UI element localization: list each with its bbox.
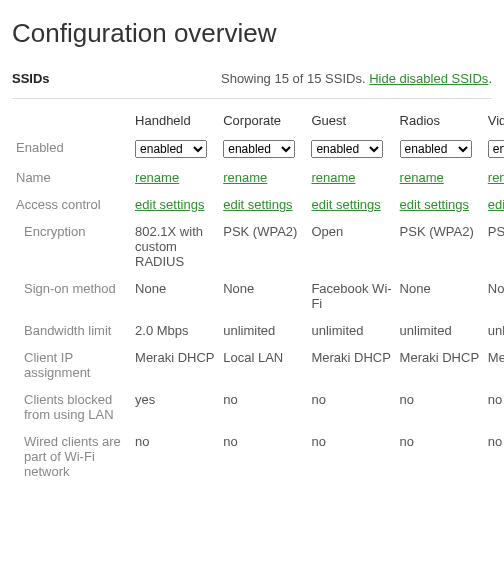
- page-title: Configuration overview: [12, 18, 492, 49]
- cell-value: None: [484, 275, 504, 317]
- cell-value: unlimited: [396, 317, 484, 344]
- cell-value: Meraki DHCP: [484, 344, 504, 386]
- cell-value: unlimited: [484, 317, 504, 344]
- row-name: Name rename rename rename rename rename: [12, 164, 504, 191]
- row-label: Clients blocked from using LAN: [12, 386, 131, 428]
- row-wired: Wired clients are part of Wi-Fi network …: [12, 428, 504, 485]
- rename-link[interactable]: rename: [400, 170, 444, 185]
- enabled-select[interactable]: enabled: [311, 140, 383, 158]
- row-encryption: Encryption 802.1X with custom RADIUS PSK…: [12, 218, 504, 275]
- enabled-select[interactable]: enabled: [223, 140, 295, 158]
- showing-count-text: Showing 15 of 15 SSIDs.: [221, 71, 369, 86]
- cell-value: None: [219, 275, 307, 317]
- cell-value: None: [131, 275, 219, 317]
- row-label: Sign-on method: [12, 275, 131, 317]
- edit-settings-link[interactable]: edit settings: [488, 197, 504, 212]
- rename-link[interactable]: rename: [135, 170, 179, 185]
- cell-value: PSK (WPA2): [396, 218, 484, 275]
- row-access-control: Access control edit settings edit settin…: [12, 191, 504, 218]
- header-row: Handheld Corporate Guest Radios Video: [12, 107, 504, 134]
- rename-link[interactable]: rename: [488, 170, 504, 185]
- cell-value: no: [484, 428, 504, 485]
- row-label: Enabled: [12, 134, 131, 164]
- cell-value: PSK (WPA2): [484, 218, 504, 275]
- row-signon: Sign-on method None None Facebook Wi-Fi …: [12, 275, 504, 317]
- row-bandwidth: Bandwidth limit 2.0 Mbps unlimited unlim…: [12, 317, 504, 344]
- cell-value: no: [396, 428, 484, 485]
- row-label: Name: [12, 164, 131, 191]
- hide-disabled-ssids-link[interactable]: Hide disabled SSIDs: [369, 71, 488, 86]
- col-header: Radios: [396, 107, 484, 134]
- row-blocked: Clients blocked from using LAN yes no no…: [12, 386, 504, 428]
- separator: [12, 98, 492, 99]
- cell-value: no: [307, 386, 395, 428]
- cell-value: Meraki DHCP: [307, 344, 395, 386]
- cell-value: Meraki DHCP: [131, 344, 219, 386]
- cell-value: no: [131, 428, 219, 485]
- col-header: Handheld: [131, 107, 219, 134]
- row-label: Bandwidth limit: [12, 317, 131, 344]
- cell-value: no: [219, 386, 307, 428]
- edit-settings-link[interactable]: edit settings: [135, 197, 204, 212]
- cell-value: Local LAN: [219, 344, 307, 386]
- ssids-summary-row: SSIDs Showing 15 of 15 SSIDs. Hide disab…: [12, 71, 492, 86]
- cell-value: unlimited: [219, 317, 307, 344]
- col-header: Corporate: [219, 107, 307, 134]
- cell-value: Open: [307, 218, 395, 275]
- row-label: Encryption: [12, 218, 131, 275]
- enabled-select[interactable]: enabled: [488, 140, 504, 158]
- cell-value: PSK (WPA2): [219, 218, 307, 275]
- row-label: Client IP assignment: [12, 344, 131, 386]
- cell-value: Meraki DHCP: [396, 344, 484, 386]
- cell-value: yes: [131, 386, 219, 428]
- cell-value: 802.1X with custom RADIUS: [131, 218, 219, 275]
- ssids-label: SSIDs: [12, 71, 50, 86]
- cell-value: None: [396, 275, 484, 317]
- enabled-select[interactable]: enabled: [400, 140, 472, 158]
- col-header: Video: [484, 107, 504, 134]
- row-label: Wired clients are part of Wi-Fi network: [12, 428, 131, 485]
- cell-value: no: [484, 386, 504, 428]
- cell-value: Facebook Wi-Fi: [307, 275, 395, 317]
- cell-value: 2.0 Mbps: [131, 317, 219, 344]
- cell-value: no: [307, 428, 395, 485]
- row-enabled: Enabled enabled enabled enabled enabled …: [12, 134, 504, 164]
- cell-value: unlimited: [307, 317, 395, 344]
- config-table: Handheld Corporate Guest Radios Video En…: [12, 107, 504, 485]
- edit-settings-link[interactable]: edit settings: [223, 197, 292, 212]
- enabled-select[interactable]: enabled: [135, 140, 207, 158]
- rename-link[interactable]: rename: [223, 170, 267, 185]
- ssids-showing: Showing 15 of 15 SSIDs. Hide disabled SS…: [221, 71, 492, 86]
- cell-value: no: [219, 428, 307, 485]
- row-label: Access control: [12, 191, 131, 218]
- rename-link[interactable]: rename: [311, 170, 355, 185]
- edit-settings-link[interactable]: edit settings: [400, 197, 469, 212]
- cell-value: no: [396, 386, 484, 428]
- row-clientip: Client IP assignment Meraki DHCP Local L…: [12, 344, 504, 386]
- edit-settings-link[interactable]: edit settings: [311, 197, 380, 212]
- col-header: Guest: [307, 107, 395, 134]
